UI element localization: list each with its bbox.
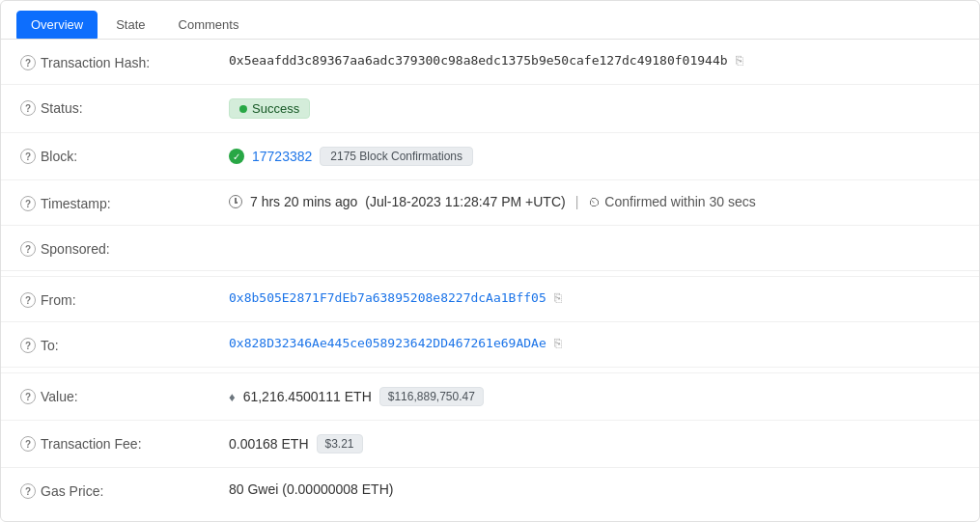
block-value: ✓ 17723382 2175 Block Confirmations (229, 147, 960, 166)
tx-hash-help-icon[interactable]: ? (20, 55, 36, 70)
block-confirmations-badge: 2175 Block Confirmations (320, 147, 473, 166)
gas-price-help-icon[interactable]: ? (20, 483, 36, 499)
timestamp-relative: 7 hrs 20 mins ago (250, 194, 357, 209)
transaction-detail-panel: Overview State Comments ? Transaction Ha… (0, 0, 980, 522)
to-help-icon[interactable]: ? (20, 338, 36, 353)
confirmed-text: ⏲ Confirmed within 30 secs (588, 194, 755, 209)
to-value: 0x828D32346Ae445ce058923642DD467261e69AD… (229, 336, 960, 350)
sponsored-label: ? Sponsored: (20, 239, 213, 257)
from-label: ? From: (20, 290, 213, 308)
clock-icon (229, 195, 242, 208)
from-row: ? From: 0x8b505E2871F7dEb7a63895208e8227… (1, 277, 979, 322)
to-address-copy-icon[interactable]: ⎘ (554, 336, 562, 350)
gas-price-row: ? Gas Price: 80 Gwei (0.00000008 ETH) (1, 468, 979, 512)
value-row: ? Value: ♦ 61,216.4500111 ETH $116,889,7… (1, 373, 979, 421)
sponsored-help-icon[interactable]: ? (20, 241, 36, 257)
overview-content: ? Transaction Hash: 0x5eaafdd3c89367aa6a… (1, 40, 979, 512)
timer-icon: ⏲ (588, 195, 601, 209)
status-row: ? Status: Success (1, 85, 979, 133)
block-number-link[interactable]: 17723382 (252, 149, 312, 164)
tab-overview[interactable]: Overview (16, 11, 98, 39)
status-value: Success (229, 98, 960, 119)
tx-hash-label: ? Transaction Hash: (20, 53, 213, 70)
to-label: ? To: (20, 336, 213, 353)
from-address-copy-icon[interactable]: ⎘ (554, 290, 562, 305)
value-usd-badge: $116,889,750.47 (379, 387, 484, 406)
value-label: ? Value: (20, 387, 213, 404)
status-help-icon[interactable]: ? (20, 100, 36, 116)
block-row: ? Block: ✓ 17723382 2175 Block Confirmat… (1, 133, 979, 180)
value-eth: 61,216.4500111 ETH (243, 389, 372, 404)
tx-hash-text: 0x5eaafdd3c89367aa6adc379300c98a8edc1375… (229, 53, 728, 68)
value-value: ♦ 61,216.4500111 ETH $116,889,750.47 (229, 387, 960, 406)
tab-bar: Overview State Comments (1, 1, 979, 40)
block-help-icon[interactable]: ? (20, 149, 36, 164)
timestamp-absolute: (Jul-18-2023 11:28:47 PM +UTC) (365, 194, 565, 209)
to-row: ? To: 0x828D32346Ae445ce058923642DD46726… (1, 322, 979, 368)
tx-fee-eth: 0.00168 ETH (229, 436, 309, 452)
tx-hash-row: ? Transaction Hash: 0x5eaafdd3c89367aa6a… (1, 40, 979, 85)
tx-fee-value: 0.00168 ETH $3.21 (229, 434, 960, 453)
tx-fee-help-icon[interactable]: ? (20, 436, 36, 452)
from-value: 0x8b505E2871F7dEb7a63895208e8227dcAa1Bff… (229, 290, 960, 305)
status-label: ? Status: (20, 98, 213, 116)
tx-fee-usd-badge: $3.21 (317, 434, 363, 453)
from-address-link[interactable]: 0x8b505E2871F7dEb7a63895208e8227dcAa1Bff… (229, 290, 546, 305)
timestamp-row: ? Timestamp: 7 hrs 20 mins ago (Jul-18-2… (1, 180, 979, 226)
tx-hash-copy-icon[interactable]: ⎘ (736, 53, 743, 68)
tx-hash-value: 0x5eaafdd3c89367aa6adc379300c98a8edc1375… (229, 53, 960, 68)
block-check-icon: ✓ (229, 149, 244, 164)
block-label: ? Block: (20, 147, 213, 164)
status-badge: Success (229, 98, 310, 119)
eth-diamond-icon: ♦ (229, 390, 236, 404)
tab-comments[interactable]: Comments (164, 11, 254, 39)
from-help-icon[interactable]: ? (20, 292, 36, 308)
value-help-icon[interactable]: ? (20, 389, 36, 404)
timestamp-help-icon[interactable]: ? (20, 196, 36, 211)
tx-fee-label: ? Transaction Fee: (20, 434, 213, 452)
to-address-link[interactable]: 0x828D32346Ae445ce058923642DD467261e69AD… (229, 336, 546, 350)
timestamp-label: ? Timestamp: (20, 194, 213, 211)
sponsored-row: ? Sponsored: (1, 226, 979, 271)
gas-price-text: 80 Gwei (0.00000008 ETH) (229, 481, 393, 497)
gas-price-label: ? Gas Price: (20, 481, 213, 499)
timestamp-value: 7 hrs 20 mins ago (Jul-18-2023 11:28:47 … (229, 194, 960, 209)
pipe-separator: | (575, 194, 579, 209)
tx-fee-row: ? Transaction Fee: 0.00168 ETH $3.21 (1, 421, 979, 468)
tab-state[interactable]: State (101, 11, 159, 39)
gas-price-value: 80 Gwei (0.00000008 ETH) (229, 481, 960, 497)
